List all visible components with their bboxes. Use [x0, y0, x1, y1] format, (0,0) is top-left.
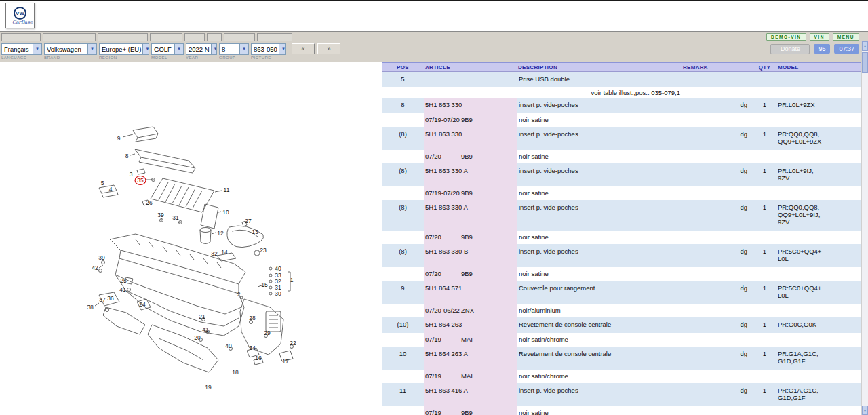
- table-row[interactable]: (8)5H1 863 330 Ainsert p. vide-pochesdg1…: [382, 200, 861, 231]
- chevron-down-icon[interactable]: ▼: [174, 44, 183, 54]
- diagram-callout-11[interactable]: 11: [224, 186, 230, 193]
- diagram-callout-30[interactable]: 30: [275, 290, 281, 297]
- diagram-callout-18[interactable]: 18: [232, 369, 239, 376]
- next-picture-button[interactable]: »: [317, 43, 340, 54]
- diagram-callout-21[interactable]: 21: [199, 313, 205, 320]
- diagram-callout-31[interactable]: 31: [172, 214, 179, 221]
- diagram-callout-34[interactable]: 34: [249, 344, 256, 351]
- select-language[interactable]: Français▼: [1, 43, 42, 55]
- diagram-callout-9[interactable]: 9: [117, 135, 121, 142]
- header-box[interactable]: [257, 33, 292, 41]
- table-row[interactable]: 95H1 864 571Couvercle pour rangementdg1P…: [382, 281, 861, 304]
- table-row[interactable]: 07/19MAInoir satin/chrome: [382, 333, 861, 347]
- header-box[interactable]: [150, 33, 182, 41]
- app-logo[interactable]: VW CarBase: [5, 3, 35, 28]
- header-box[interactable]: [1, 33, 41, 41]
- diagram-callout-29[interactable]: 29: [264, 330, 271, 336]
- table-row[interactable]: 07/199B9noir satine: [382, 406, 861, 415]
- diagram-callout-2[interactable]: 2: [237, 291, 241, 298]
- table-row[interactable]: 07/209B9noir satine: [382, 267, 861, 281]
- select-brand[interactable]: Volkswagen▼: [44, 43, 97, 55]
- diagram-callout-24[interactable]: 24: [139, 301, 146, 308]
- diagram-callout-35[interactable]: 35: [137, 177, 144, 184]
- diagram-callout-27[interactable]: 27: [245, 218, 252, 224]
- diagram-callout-40[interactable]: 40: [225, 342, 232, 349]
- table-row[interactable]: 115H1 863 416 Ainsert p. vide-pochesdg1P…: [382, 383, 861, 406]
- diagram-callout-39[interactable]: 39: [157, 212, 164, 218]
- qty-cell: 1: [753, 200, 776, 231]
- diagram-callout-37[interactable]: 37: [99, 296, 106, 303]
- diagram-callout-1[interactable]: 1: [290, 277, 294, 283]
- diagram-callout-25[interactable]: 25: [120, 277, 127, 284]
- vin-button[interactable]: VIN: [810, 33, 829, 41]
- diagram-callout-14[interactable]: 14: [221, 249, 228, 256]
- chevron-down-icon[interactable]: ▼: [33, 44, 41, 54]
- desc-cell: Revetement de console centrale: [517, 347, 682, 370]
- diagram-callout-41[interactable]: 41: [119, 286, 126, 293]
- diagram-callout-20[interactable]: 20: [194, 334, 201, 341]
- donate-button[interactable]: Donate: [770, 44, 810, 54]
- table-row[interactable]: 07/209B9noir satine: [382, 231, 861, 244]
- chevron-down-icon[interactable]: ▼: [279, 44, 286, 54]
- table-row[interactable]: 07/19-07/209B9noir satine: [382, 113, 861, 127]
- table-row[interactable]: 07/19MAInoir satin/chrome: [382, 370, 861, 383]
- menu-button[interactable]: MENU: [833, 33, 859, 41]
- header-box[interactable]: [98, 33, 148, 41]
- header-box[interactable]: [224, 33, 255, 41]
- diagram-callout-26[interactable]: 26: [146, 199, 153, 206]
- diagram-callout-39[interactable]: 39: [98, 254, 105, 261]
- table-row[interactable]: 07/20-06/22ZNXnoir/aluminium: [382, 304, 861, 317]
- qty-cell: 1: [753, 317, 776, 333]
- diagram-callout-3[interactable]: 3: [130, 171, 133, 178]
- diagram-callout-8[interactable]: 8: [125, 153, 129, 159]
- demo-vin-button[interactable]: DEMO-VIN: [766, 33, 806, 41]
- diagram-callout-12[interactable]: 12: [217, 230, 224, 237]
- diagram-callout-42[interactable]: 42: [92, 264, 98, 271]
- select-group[interactable]: 8▼: [219, 43, 249, 55]
- diagram-callout-41[interactable]: 41: [202, 326, 209, 333]
- diagram-callout-23[interactable]: 23: [260, 247, 267, 254]
- scrollbar-thumb[interactable]: [862, 52, 868, 73]
- diagram-callout-13[interactable]: 13: [252, 229, 258, 235]
- chevron-down-icon[interactable]: ▼: [142, 44, 149, 54]
- previous-picture-button[interactable]: «: [292, 43, 315, 54]
- select-region[interactable]: Europe+ (EU)▼: [99, 43, 149, 55]
- diagram-callout-19[interactable]: 19: [205, 384, 212, 391]
- header-box[interactable]: [43, 33, 96, 41]
- chevron-down-icon[interactable]: ▼: [239, 44, 248, 54]
- diagram-callout-4[interactable]: 4: [109, 186, 113, 193]
- diagram-callout-5[interactable]: 5: [101, 180, 104, 186]
- parts-diagram[interactable]: 9833554261139311027131223143942322541403…: [0, 62, 382, 415]
- table-row[interactable]: 85H1 863 330insert p. vide-pochesdg1PR:L…: [382, 98, 861, 113]
- vertical-scrollbar[interactable]: ▲ ▼: [861, 41, 868, 415]
- diagram-callout-32[interactable]: 32: [211, 250, 218, 257]
- scroll-down-arrow-icon[interactable]: ▼: [862, 406, 868, 415]
- table-row[interactable]: 5Prise USB double: [382, 72, 861, 87]
- diagram-callout-16[interactable]: 16: [255, 355, 262, 361]
- diagram-callout-15[interactable]: 15: [261, 281, 268, 288]
- table-row[interactable]: (8)5H1 863 330 Ainsert p. vide-pochesdg1…: [382, 163, 861, 186]
- header-box[interactable]: [207, 33, 222, 41]
- table-row[interactable]: 07/19-07/209B9noir satine: [382, 186, 861, 200]
- select-model[interactable]: GOLF▼: [151, 43, 184, 55]
- header-box[interactable]: [184, 33, 205, 41]
- table-row[interactable]: 105H1 864 263 ARevetement de console cen…: [382, 347, 861, 370]
- table-row[interactable]: 07/209B9noir satine: [382, 150, 861, 163]
- diagram-callout-10[interactable]: 10: [222, 209, 229, 216]
- diagram-callout-17[interactable]: 17: [282, 358, 289, 365]
- model-cell: [776, 304, 861, 317]
- scroll-up-arrow-icon[interactable]: ▲: [862, 41, 868, 51]
- rem-cell: dg: [682, 244, 753, 267]
- table-row[interactable]: (10)5H1 864 263Revetement de console cen…: [382, 317, 861, 333]
- table-row[interactable]: (8)5H1 863 330insert p. vide-pochesdg1PR…: [382, 127, 861, 150]
- select-year[interactable]: 2022 N▼: [186, 43, 217, 55]
- chevron-down-icon[interactable]: ▼: [87, 44, 96, 54]
- diagram-callout-38[interactable]: 38: [87, 304, 94, 311]
- diagram-callout-22[interactable]: 22: [290, 340, 296, 347]
- table-row[interactable]: (8)5H1 863 330 Binsert p. vide-pochesdg1…: [382, 244, 861, 267]
- chevron-down-icon[interactable]: ▼: [211, 44, 217, 54]
- diagram-callout-36[interactable]: 36: [107, 295, 114, 302]
- select-picture[interactable]: 863-050▼: [251, 43, 286, 55]
- diagram-callout-28[interactable]: 28: [249, 315, 256, 321]
- diagram-callout-40[interactable]: 40: [275, 265, 281, 272]
